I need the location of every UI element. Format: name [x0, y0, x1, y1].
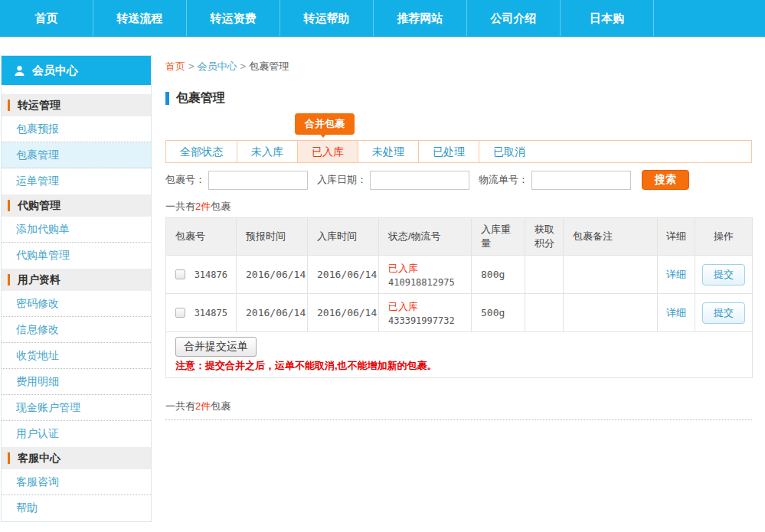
inbound-date-label: 入库日期： — [317, 173, 367, 187]
status-badge: 已入库 — [388, 300, 466, 314]
tab-cancelled[interactable]: 已取消 — [479, 141, 539, 162]
package-count-summary-bottom: 一共有2件包裹 — [165, 400, 752, 413]
sidebar-item-edit-info[interactable]: 信息修改 — [2, 317, 151, 343]
submit-button[interactable]: 提交 — [702, 302, 745, 324]
table-row: 314875 2016/06/14 2016/06/14 已入库 4333919… — [166, 294, 753, 332]
summary-suffix: 包裹 — [211, 201, 230, 212]
tracking-no: 410918812975 — [388, 277, 466, 288]
inbound-weight: 500g — [472, 294, 525, 332]
col-inbound-weight: 入库重量 — [472, 218, 525, 256]
group-header-label: 客服中心 — [18, 452, 60, 465]
inbound-date-input[interactable] — [370, 171, 469, 190]
tracking-no-input[interactable] — [531, 171, 631, 190]
title-accent-bar — [165, 92, 169, 105]
sidebar-group-header-profile: 用户资料 — [2, 269, 151, 291]
summary-suffix: 包裹 — [211, 400, 230, 412]
tracking-no-label: 物流单号： — [479, 173, 528, 187]
breadcrumb-home[interactable]: 首页 — [165, 60, 185, 72]
sidebar-group-support: 客服中心 客服咨询 帮助 — [2, 447, 151, 521]
page-title-row: 包裹管理 — [165, 90, 752, 106]
user-icon — [14, 65, 25, 77]
sidebar-item-shipping-address[interactable]: 收货地址 — [2, 343, 151, 369]
group-accent-bar — [8, 274, 10, 286]
sidebar: 会员中心 转运管理 包裹预报 包裹管理 运单管理 代购管理 添加代购单 代购单管… — [1, 55, 152, 522]
group-accent-bar — [8, 200, 10, 211]
tracking-no: 433391997732 — [388, 315, 466, 326]
col-action: 操作 — [695, 218, 753, 256]
inbound-date: 2016/06/14 — [308, 256, 379, 294]
tab-processed[interactable]: 已处理 — [419, 141, 479, 162]
sidebar-item-change-password[interactable]: 密码修改 — [2, 291, 151, 317]
sidebar-group-header-purchasing: 代购管理 — [2, 194, 151, 217]
package-no-input[interactable] — [208, 171, 308, 190]
status-tabs: 全部状态 未入库 已入库 未处理 已处理 已取消 — [165, 140, 752, 163]
points-cell — [525, 294, 564, 332]
nav-item-shipping-rates[interactable]: 转运资费 — [187, 0, 280, 36]
col-remark: 包裹备注 — [564, 218, 658, 256]
inbound-date: 2016/06/14 — [308, 294, 379, 332]
breadcrumb-member-center[interactable]: 会员中心 — [198, 60, 237, 72]
sidebar-item-purchase-order-management[interactable]: 代购单管理 — [2, 243, 151, 269]
tab-all-status[interactable]: 全部状态 — [166, 141, 237, 162]
inbound-weight: 800g — [472, 256, 525, 294]
detail-link[interactable]: 详细 — [666, 307, 686, 318]
group-header-label: 用户资料 — [18, 273, 60, 287]
nav-item-home[interactable]: 首页 — [0, 0, 93, 36]
sidebar-item-package-management[interactable]: 包裹管理 — [2, 142, 151, 168]
status-badge: 已入库 — [388, 262, 466, 276]
group-header-label: 代购管理 — [18, 199, 60, 213]
col-inbound-date: 入库时间 — [308, 218, 379, 256]
sidebar-item-help[interactable]: 帮助 — [2, 495, 151, 521]
search-bar: 包裹号： 入库日期： 物流单号： 搜索 — [165, 170, 752, 190]
sidebar-item-fee-details[interactable]: 费用明细 — [2, 369, 151, 395]
search-button[interactable]: 搜索 — [642, 170, 689, 190]
table-footer-row: 合并提交运单 注意：提交合并之后，运单不能取消,也不能增加新的包裹。 — [166, 332, 753, 378]
tab-inbound[interactable]: 已入库 — [298, 141, 358, 162]
table-row: 314876 2016/06/14 2016/06/14 已入库 4109188… — [166, 256, 753, 294]
summary-count: 2件 — [195, 201, 211, 212]
sidebar-group-header-forwarding: 转运管理 — [2, 94, 151, 116]
nav-item-japan-shopping[interactable]: 日本购 — [561, 0, 654, 36]
summary-prefix: 一共有 — [165, 400, 195, 412]
sidebar-item-add-purchase-order[interactable]: 添加代购单 — [2, 217, 151, 243]
nav-item-company-intro[interactable]: 公司介绍 — [467, 0, 561, 36]
sidebar-member-center-header: 会员中心 — [2, 56, 151, 85]
detail-link[interactable]: 详细 — [666, 269, 686, 280]
sidebar-item-waybill-management[interactable]: 运单管理 — [2, 168, 151, 194]
nav-item-recommended-sites[interactable]: 推荐网站 — [374, 0, 467, 36]
merge-package-badge[interactable]: 合并包裹 — [295, 113, 355, 135]
package-count-summary: 一共有2件包裹 — [165, 200, 752, 214]
merge-submit-waybill-button[interactable]: 合并提交运单 — [175, 337, 257, 357]
breadcrumb-separator: > — [188, 60, 195, 72]
sidebar-title: 会员中心 — [32, 64, 78, 78]
nav-item-forwarding-process[interactable]: 转送流程 — [93, 0, 187, 36]
row-checkbox[interactable] — [175, 308, 185, 318]
package-no: 314876 — [195, 269, 227, 280]
tab-not-inbound[interactable]: 未入库 — [237, 141, 298, 162]
remark-cell — [564, 294, 658, 332]
col-package-no: 包裹号 — [166, 218, 237, 256]
col-detail: 详细 — [658, 218, 695, 256]
breadcrumb-current: 包裹管理 — [249, 60, 289, 72]
breadcrumb-separator: > — [240, 60, 247, 72]
merge-warning-note: 注意：提交合并之后，运单不能取消,也不能增加新的包裹。 — [175, 359, 747, 373]
sidebar-item-cash-account-management[interactable]: 现金账户管理 — [2, 395, 151, 421]
sidebar-item-user-verification[interactable]: 用户认证 — [2, 421, 151, 447]
col-points: 获取积分 — [525, 218, 564, 256]
row-checkbox[interactable] — [175, 269, 185, 279]
merge-badge-wrap: 合并包裹 — [295, 113, 752, 138]
submit-button[interactable]: 提交 — [702, 264, 745, 286]
group-accent-bar — [8, 452, 10, 464]
tab-unprocessed[interactable]: 未处理 — [358, 141, 419, 162]
sidebar-gap — [2, 85, 151, 94]
sidebar-item-customer-service[interactable]: 客服咨询 — [2, 469, 151, 495]
remark-cell — [564, 256, 658, 294]
sidebar-group-profile: 用户资料 密码修改 信息修改 收货地址 费用明细 现金账户管理 用户认证 — [2, 269, 151, 447]
nav-item-shipping-help[interactable]: 转运帮助 — [280, 0, 374, 36]
sidebar-item-package-forecast[interactable]: 包裹预报 — [2, 116, 151, 142]
sidebar-group-purchasing: 代购管理 添加代购单 代购单管理 — [2, 194, 151, 269]
package-table: 包裹号 预报时间 入库时间 状态/物流号 入库重量 获取积分 包裹备注 详细 操… — [165, 217, 753, 378]
group-accent-bar — [8, 100, 10, 111]
page-title: 包裹管理 — [176, 90, 225, 106]
col-status-tracking: 状态/物流号 — [379, 218, 472, 256]
